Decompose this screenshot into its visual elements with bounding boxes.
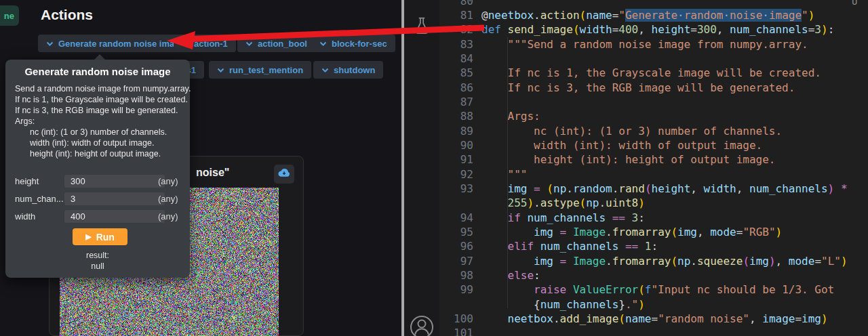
code-line-text: neetbox.add_image(name="random noise", i… [481, 312, 828, 326]
field-label-width: width [15, 211, 64, 222]
code-line: 99 raise ValueError(f"Input nc should be… [439, 282, 868, 297]
code-line-text: {num_channels}.") [481, 297, 645, 312]
account-button[interactable] [408, 313, 436, 336]
download-image-button[interactable] [274, 165, 294, 184]
activity-bar [404, 0, 439, 336]
tooltip-description-line: nc (int): (1 or 3) number of channels. [30, 127, 167, 137]
code-line-text: Args: [481, 109, 540, 123]
action-button-label: shutdown [334, 65, 375, 75]
line-number: 95 [439, 225, 473, 239]
line-number: 85 [439, 66, 473, 80]
chevron-down-icon [217, 65, 224, 75]
code-line: 98 else: [439, 268, 868, 283]
code-line: 91 height (int): height of output image. [439, 152, 868, 167]
code-line: 100 neetbox.add_image(name="random noise… [439, 312, 868, 327]
line-number: 97 [439, 254, 473, 268]
project-tag[interactable]: ne [0, 5, 19, 26]
code-line-text: else: [481, 268, 540, 282]
neetbox-dashboard-pane: ne Actions Generate random noise imageac… [0, 0, 401, 336]
code-line: 83 """Send a random noise image from num… [439, 37, 868, 52]
code-line-text: def send_image(width=400, height=300, nu… [481, 22, 834, 37]
cloud-download-icon [278, 168, 290, 180]
tooltip-description-line: Args: [15, 117, 35, 126]
field-input-height[interactable] [64, 175, 165, 188]
code-line-text: """Send a random noise image from numpy.… [481, 37, 808, 51]
field-type-hint: (any) [158, 194, 178, 204]
code-line: 97 img = Image.fromarray(np.squeeze(img)… [439, 254, 868, 269]
line-number: 99 [439, 282, 473, 297]
line-number: 93 [439, 182, 473, 196]
screenshot-stage: ne Actions Generate random noise imageac… [0, 0, 868, 336]
tooltip-description-line: Send a random noise image from numpy.arr… [15, 84, 191, 93]
line-number: 80 [439, 0, 473, 8]
action-button-run-test-mention[interactable]: run_test_mention [209, 61, 311, 79]
code-line: 86 If nc is 3, the RGB image will be gen… [439, 81, 868, 96]
result-value: null [5, 261, 190, 271]
action-button-block-for-sec[interactable]: block-for-sec [311, 35, 395, 52]
code-line: 88 Args: [439, 109, 868, 124]
field-input-num-chan-[interactable] [64, 192, 165, 205]
line-number: 90 [439, 138, 473, 152]
action-tooltip: Generate random noise image Send a rando… [5, 60, 190, 278]
line-number: 88 [439, 109, 473, 123]
code-line-text: img = Image.fromarray(img, mode="RGB") [481, 225, 782, 239]
code-line-text: If nc is 1, the Grayscale image will be … [481, 66, 821, 80]
chevron-down-icon [319, 39, 327, 49]
chevron-down-icon [321, 65, 329, 75]
field-type-hint: (any) [158, 211, 178, 222]
line-number: 91 [439, 152, 473, 167]
code-line-text: raise ValueError(f"Input nc should be 1/… [481, 282, 841, 297]
window-divider[interactable] [401, 0, 404, 336]
line-number: 94 [439, 211, 473, 225]
run-button[interactable]: ▶ Run [73, 228, 127, 245]
action-button-action-1[interactable]: action-1 [174, 35, 236, 52]
code-line: 80 [439, 0, 868, 9]
code-line: 84 [439, 51, 868, 66]
action-button-action-bool[interactable]: action_bool [237, 35, 315, 52]
line-number: 81 [439, 8, 473, 22]
image-card-title: noise" [196, 167, 229, 179]
line-number: 101 [439, 326, 473, 336]
code-editor[interactable]: 8081@neetbox.action(name="Generate·rando… [439, 0, 868, 336]
line-number: 96 [439, 239, 473, 253]
code-line-text: if num_channels == 3: [481, 211, 645, 225]
action-button-label: run_test_mention [229, 65, 303, 75]
code-line: 101 [439, 326, 868, 336]
code-line: 92 """ [439, 167, 868, 182]
code-line-text: img = (np.random.rand(height, width, num… [481, 182, 848, 196]
line-number: 100 [439, 312, 473, 326]
code-line: 95 img = Image.fromarray(img, mode="RGB"… [439, 225, 868, 240]
field-label-num-chan-: num_chan... [15, 194, 64, 204]
field-type-hint: (any) [158, 176, 178, 186]
action-button-label: block-for-sec [332, 39, 387, 49]
testing-flask-button[interactable] [411, 16, 433, 38]
line-number: 86 [439, 81, 473, 95]
line-number: 83 [439, 37, 473, 51]
action-button-label: action-1 [194, 39, 228, 49]
code-line-text: height (int): height of output image. [481, 152, 775, 167]
code-line-text: """ [481, 167, 527, 182]
code-line-text: img = Image.fromarray(np.squeeze(img), m… [481, 254, 848, 268]
account-icon [408, 332, 436, 336]
line-number: 82 [439, 22, 473, 37]
tooltip-description-line: If nc is 1, the Grayscale image will be … [15, 95, 188, 104]
action-button-label: action_bool [258, 39, 307, 49]
action-button-generate-random-noise-image[interactable]: Generate random noise image [38, 35, 193, 52]
result-label: result: [5, 251, 190, 260]
line-number: 92 [439, 167, 473, 182]
tooltip-description-line: If nc is 3, the RGB image will be genera… [15, 106, 178, 115]
code-line-text: If nc is 3, the RGB image will be genera… [481, 81, 795, 95]
tooltip-description-line: width (int): width of output image. [30, 138, 154, 148]
play-icon: ▶ [85, 232, 91, 241]
code-line: 89 nc (int): (1 or 3) number of channels… [439, 124, 868, 139]
code-line: 96 elif num_channels == 1: [439, 239, 868, 254]
code-line-text: width (int): width of output image. [481, 138, 762, 152]
code-line-text: 255).astype(np.uint8) [481, 196, 645, 210]
code-line-text: elif num_channels == 1: [481, 239, 658, 253]
code-line: 85 If nc is 1, the Grayscale image will … [439, 66, 868, 81]
action-button-shutdown[interactable]: shutdown [313, 61, 383, 79]
actions-heading: Actions [41, 7, 93, 23]
tooltip-description-line: height (int): height of output image. [30, 149, 161, 159]
tooltip-title: Generate random noise image [5, 66, 190, 77]
field-input-width[interactable] [64, 210, 165, 223]
